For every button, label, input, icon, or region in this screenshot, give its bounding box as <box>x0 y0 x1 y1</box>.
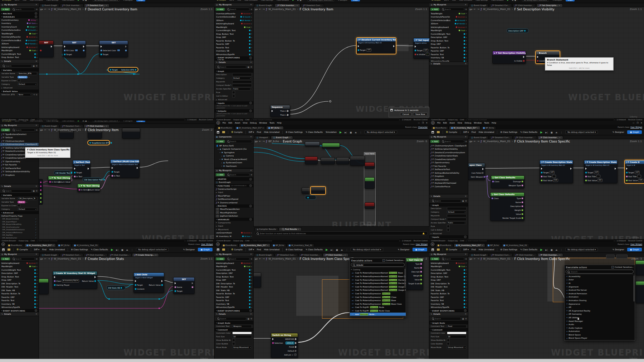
graph-canvas[interactable] <box>39 252 215 362</box>
variable-favorite-text[interactable]: Favorite_Text▾ <box>429 53 468 56</box>
item-f-deselectcurrentinventoryitem[interactable]: ƒF_DeselectCurrentInventoryItem <box>429 151 468 154</box>
doc-tab-f-click-inventor[interactable]: ƒF Click Inventor...✕ <box>323 253 348 256</box>
node-fragment[interactable] <box>365 177 375 189</box>
exec-pin[interactable] <box>272 338 274 340</box>
status-content-browser[interactable]: Content Browser <box>216 240 231 242</box>
select-move-mode[interactable]: Group Movement▾ <box>232 346 252 349</box>
exec-pin[interactable] <box>125 45 127 48</box>
status-cmd[interactable]: Cmd <box>31 240 35 242</box>
variable-inventorycount[interactable]: InventoryCountInteger▾ <box>0 25 39 29</box>
doc-tab-f-click-inventor[interactable]: ƒF Click Inventor...✕ <box>274 4 300 7</box>
pin-out[interactable] <box>522 202 523 203</box>
variable-maxweight[interactable]: MaxWeightFloat▾ <box>0 49 39 53</box>
add-button[interactable]: + Add <box>430 257 439 260</box>
menu-item-tools[interactable]: Tools <box>269 122 274 124</box>
my-blueprint-search-input[interactable]: Search <box>440 140 464 143</box>
details-section-inputs[interactable]: ▾Inputs+ <box>429 235 468 238</box>
asset-tab-elvenruins[interactable]: ElvenRuins <box>216 126 234 129</box>
variable-favorite-button-te[interactable]: Favorite_Button_Te▾ <box>429 46 468 49</box>
pin-target[interactable] <box>112 171 113 173</box>
pin-out[interactable] <box>522 217 523 219</box>
popup-item-cast-to-materialexpressionnamedreroutedecl[interactable]: ▸▫Cast To MaterialExpressionNamedReroute… <box>350 278 406 282</box>
details-section-variable[interactable]: ▾Variable <box>0 68 39 72</box>
item-f-setfavoritetext[interactable]: ƒF_SetFavoriteText <box>0 166 39 170</box>
exec-pin[interactable] <box>295 346 297 348</box>
exec-pin[interactable] <box>393 45 395 47</box>
exec-pin[interactable] <box>74 168 75 170</box>
variable-currentweight-text[interactable]: CurrentWeight_Text▾ <box>215 29 253 33</box>
popup-item-android-file-server[interactable]: ▸Android File Server <box>565 288 635 292</box>
doc-tab-f-click-inventor[interactable]: ƒF Click Inventor...✕ <box>537 253 563 256</box>
item-f-createdescriptionstats[interactable]: ƒF_CreateDescriptionStats <box>429 154 468 158</box>
browse-icon[interactable] <box>437 131 440 133</box>
debug-object-select[interactable]: No debug object selected ▾ <box>93 121 119 122</box>
pin-out[interactable] <box>192 286 193 288</box>
node-fragment[interactable] <box>305 141 320 146</box>
details-advanced[interactable]: ▸Advanced <box>429 232 468 235</box>
status-revision-control[interactable]: Revision Control <box>628 119 642 121</box>
add-button[interactable]: + Add <box>430 8 439 11</box>
popup-item-cast-to-rigvmreroutenode-class[interactable]: ▸▫Cast To RigVMRerouteNode Class <box>350 309 406 313</box>
doc-tab-f-click-inventor[interactable]: ƒF Click Inventor...✕ <box>84 124 109 127</box>
node-fragment[interactable] <box>322 143 340 149</box>
input-font-size[interactable]: 18 <box>447 335 467 338</box>
asset-tab-elvenruins[interactable]: ElvenRuins <box>435 243 453 247</box>
item-eventgraph[interactable]: ◫EventGraph <box>215 181 253 184</box>
debug-object-select[interactable]: No debug object selected ▾ <box>307 0 334 1</box>
status-1-unsaved[interactable]: 1 Unsaved <box>617 240 626 242</box>
var-node-cw-header-text[interactable]: CW Header Text <box>54 170 71 175</box>
popup-item-cast-to-materialexpressionreroutebase-clas[interactable]: ▸▫Cast To MaterialExpressionRerouteBase … <box>350 302 406 306</box>
my-blueprint-search-input[interactable]: Search <box>11 257 35 261</box>
context-sensitive-toggle[interactable]: ✓Context Sensitive▸ <box>382 259 404 262</box>
variable-description-grp[interactable]: Description_GRP▾ <box>0 272 39 275</box>
add-button[interactable]: + Add <box>1 129 10 131</box>
popup-item-alignment[interactable]: ▸Alignment <box>565 285 635 289</box>
doc-tab-f-create-descrip[interactable]: ƒF Create Descrip...✕ <box>132 253 159 256</box>
add-section-icon[interactable]: + <box>464 309 467 312</box>
node-fragment[interactable] <box>302 187 310 194</box>
pin-pin[interactable] <box>40 50 42 51</box>
pin-target[interactable] <box>626 172 628 173</box>
pin-out[interactable] <box>522 198 523 199</box>
variable-favorite-grp[interactable]: Favorite_GRP▾ <box>0 295 39 299</box>
doc-tab-event-graph[interactable]: ◫Event Graph <box>469 253 489 256</box>
diff-button[interactable]: Diff ▾ <box>463 131 469 133</box>
add-button[interactable]: + Add <box>1 8 10 11</box>
asset-tab-w-inventory-stat-01[interactable]: W_Inventory_Stat_01 <box>287 243 314 247</box>
popup-item-appearance[interactable]: ▸Appearance <box>565 302 635 306</box>
window-controls[interactable]: —❐✕ <box>418 122 428 124</box>
status-output-log[interactable]: Output Log <box>233 240 243 242</box>
variable-dw-description-te[interactable]: DW_Description_Te▾ <box>215 282 253 285</box>
variable-currentselectedbut[interactable]: CurrentSelectedButW Invent▾ <box>429 19 468 22</box>
add-section-icon[interactable]: + <box>35 15 37 18</box>
node-f-set-input-b[interactable]: ƒF Set Input BTarget is W InvTargetselfI… <box>413 38 429 59</box>
doc-tab-event-graph[interactable]: ◫Event Graph✕ <box>271 136 293 139</box>
variable-bisusingkeyboard[interactable]: bIsUsingKeyboardBoolean▾ <box>0 45 39 49</box>
debug-object-select[interactable]: No debug object selected ▾ <box>351 248 383 251</box>
variable-favorite-grp[interactable]: Favorite_GRP▾ <box>215 43 253 46</box>
context-sensitive-toggle[interactable]: ✓Context Sensitive▸ <box>611 266 633 269</box>
input-compact-node-ti[interactable] <box>232 84 252 87</box>
variable-3ditem[interactable]: 3DItemBP Rende▾ <box>0 42 39 46</box>
node-settext-text[interactable]: ƒSetText (Text)Target is TextTargetIn Te… <box>73 160 91 179</box>
pin-in-text[interactable] <box>74 176 75 177</box>
menu-item-help[interactable]: Help <box>492 122 496 124</box>
doc-tab-f-click-inventor[interactable]: ƒF Click Inventor... <box>512 4 536 7</box>
popup-item-cast-to-materialexpressionnamedreroutebase[interactable]: ▸▫Cast To MaterialExpressionNamedReroute… <box>350 275 406 278</box>
checkbox-expose-to-cinem[interactable] <box>18 79 20 82</box>
item-f-setdescriptionvisibility[interactable]: ƒF_SetDescriptionVisibility <box>429 148 468 151</box>
tab-compiler-results[interactable]: ▤Compiler Results <box>254 227 278 231</box>
pin-target[interactable] <box>110 69 111 71</box>
pin-out[interactable] <box>125 50 127 51</box>
variable-currentweight-text[interactable]: CurrentWeight_Text▾ <box>0 52 39 56</box>
status-content-browser[interactable]: Content Browser <box>431 240 445 242</box>
class-settings-button[interactable]: ⚙ Class Settings <box>71 248 88 251</box>
var-node-dw-stats-hb[interactable]: DW Stats HB <box>106 285 126 290</box>
add-section-icon[interactable]: + <box>249 309 252 312</box>
popup-item-add-reroute-node[interactable]: ▸▫Add Reroute Node... <box>350 313 406 316</box>
checkbox-color-bubble[interactable] <box>447 342 450 345</box>
node-fragment[interactable] <box>336 157 349 164</box>
doc-tab-event-graph[interactable]: ◫Event Graph <box>469 136 489 139</box>
variable-description-grp[interactable]: Description_GRP▾ <box>215 272 253 275</box>
diff-button[interactable]: Diff ▾ <box>249 131 254 133</box>
